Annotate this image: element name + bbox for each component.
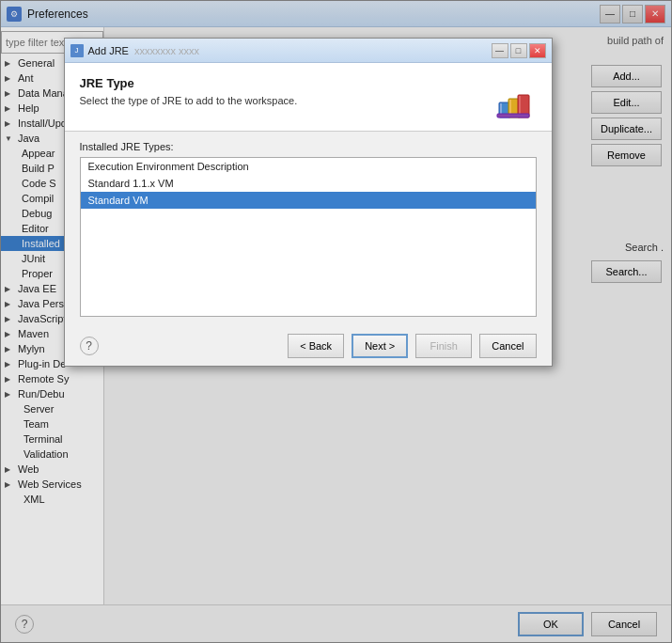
jre-type-list: Execution Environment Description Standa… bbox=[80, 157, 537, 317]
add-jre-dialog: J Add JRE xxxxxxxx xxxx — □ ✕ JRE Type S… bbox=[64, 38, 553, 367]
add-jre-maximize-button[interactable]: □ bbox=[510, 43, 527, 58]
add-jre-dialog-footer: ? < Back Next > Finish Cancel bbox=[65, 326, 552, 366]
svg-rect-6 bbox=[497, 114, 529, 118]
jre-section-label: Installed JRE Types: bbox=[80, 141, 537, 152]
add-jre-dialog-body: JRE Type Select the type of JRE to add t… bbox=[65, 63, 552, 132]
add-jre-titlebar: J Add JRE xxxxxxxx xxxx — □ ✕ bbox=[65, 39, 552, 63]
add-jre-minimize-button[interactable]: — bbox=[492, 43, 508, 58]
books-icon bbox=[492, 76, 537, 121]
add-jre-dialog-content: Installed JRE Types: Execution Environme… bbox=[65, 132, 552, 326]
jre-type-item-1[interactable]: Standard 1.1.x VM bbox=[81, 175, 536, 192]
add-jre-window-controls: — □ ✕ bbox=[492, 43, 546, 58]
finish-button[interactable]: Finish bbox=[415, 334, 472, 358]
add-jre-heading: JRE Type bbox=[80, 76, 482, 90]
jre-type-item-0[interactable]: Execution Environment Description bbox=[81, 158, 536, 175]
add-jre-help-icon[interactable]: ? bbox=[80, 337, 99, 355]
back-button[interactable]: < Back bbox=[288, 334, 344, 358]
next-button[interactable]: Next > bbox=[352, 334, 408, 358]
add-jre-close-button[interactable]: ✕ bbox=[529, 43, 546, 58]
add-jre-dialog-title: Add JRE xxxxxxxx xxxx bbox=[88, 45, 492, 56]
add-jre-body-text: JRE Type Select the type of JRE to add t… bbox=[80, 76, 482, 106]
jre-type-item-2[interactable]: Standard VM bbox=[81, 192, 536, 209]
add-jre-dialog-icon: J bbox=[70, 44, 84, 57]
cancel-button[interactable]: Cancel bbox=[479, 334, 536, 358]
add-jre-description: Select the type of JRE to add to the wor… bbox=[80, 95, 482, 106]
modal-overlay: J Add JRE xxxxxxxx xxxx — □ ✕ JRE Type S… bbox=[0, 0, 672, 643]
